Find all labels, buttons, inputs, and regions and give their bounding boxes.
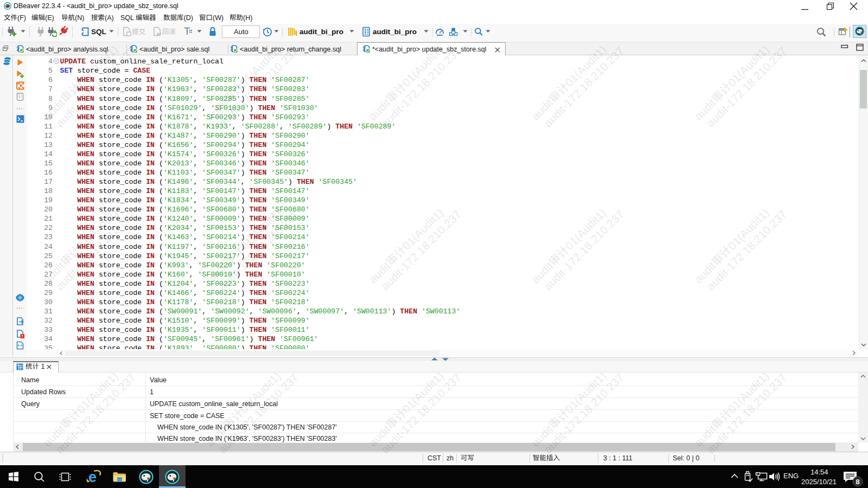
svg-text:8: 8 [856, 478, 860, 486]
